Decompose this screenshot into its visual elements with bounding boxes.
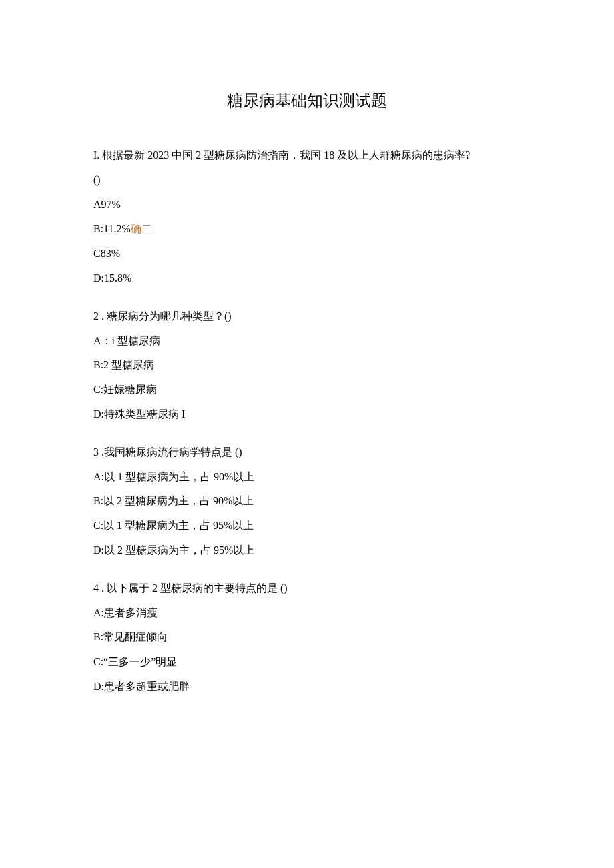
q1-option-c: C83% [93,242,521,266]
q1-option-b-mark: 确二 [131,223,152,234]
q1-option-b-text: B:11.2% [93,223,131,234]
page-title: 糖尿病基础知识测试题 [93,90,521,111]
q1-option-b: B:11.2%确二 [93,217,521,242]
q2-option-b: B:2 型糖尿病 [93,353,521,378]
q3-stem: 3 .我国糖尿病流行病学特点是 () [93,440,521,465]
question-3: 3 .我国糖尿病流行病学特点是 () A:以 1 型糖尿病为主，占 90%以上 … [93,440,521,563]
q1-stem-line1: I. 根据最新 2023 中国 2 型糖尿病防治指南，我国 18 及以上人群糖尿… [93,143,521,168]
q2-option-a: A：i 型糖尿病 [93,329,521,354]
q3-option-a: A:以 1 型糖尿病为主，占 90%以上 [93,465,521,490]
q4-option-c: C:“三多一少”明显 [93,650,521,675]
q4-stem: 4 . 以下属于 2 型糖尿病的主要特点的是 () [93,576,521,601]
q1-stem-line2: () [93,168,521,193]
q3-option-c: C:以 1 型糖尿病为主，占 95%以上 [93,514,521,538]
q4-option-d: D:患者多超重或肥胖 [93,675,521,699]
q3-option-d: D:以 2 型糖尿病为主，占 95%以上 [93,538,521,563]
q4-option-a: A:患者多消瘦 [93,601,521,626]
question-1: I. 根据最新 2023 中国 2 型糖尿病防治指南，我国 18 及以上人群糖尿… [93,143,521,291]
q1-option-d: D:15.8% [93,266,521,291]
document-page: 糖尿病基础知识测试题 I. 根据最新 2023 中国 2 型糖尿病防治指南，我国… [0,0,614,699]
question-4: 4 . 以下属于 2 型糖尿病的主要特点的是 () A:患者多消瘦 B:常见酮症… [93,576,521,699]
q2-option-d: D:特殊类型糖尿病 I [93,402,521,427]
q4-option-b: B:常见酮症倾向 [93,625,521,650]
q2-option-c: C:妊娠糖尿病 [93,378,521,402]
q2-stem: 2 . 糖尿病分为哪几种类型？() [93,304,521,329]
q3-option-b: B:以 2 型糖尿病为主，占 90%以上 [93,489,521,514]
q1-option-a: A97% [93,193,521,218]
question-2: 2 . 糖尿病分为哪几种类型？() A：i 型糖尿病 B:2 型糖尿病 C:妊娠… [93,304,521,427]
